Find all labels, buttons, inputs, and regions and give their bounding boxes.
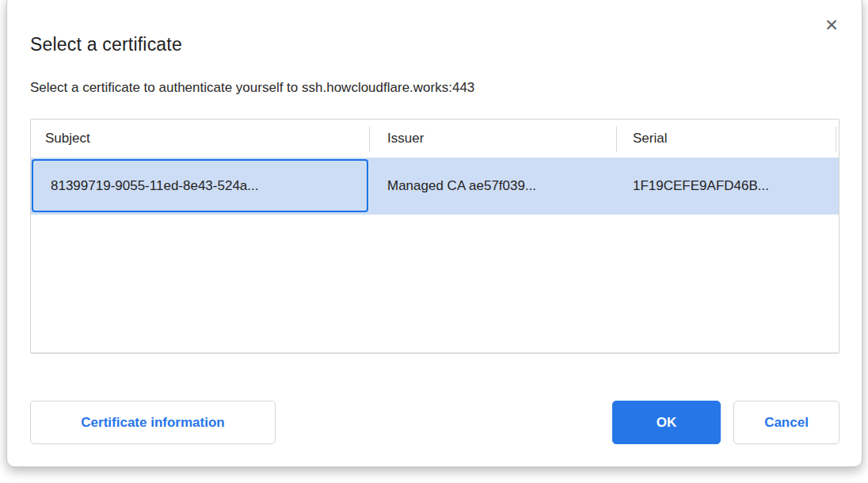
column-header-serial: Serial bbox=[616, 120, 836, 158]
table-header-row: Subject Issuer Serial bbox=[31, 120, 839, 158]
cell-issuer: Managed CA ae57f039... bbox=[369, 178, 616, 194]
column-header-subject: Subject bbox=[31, 120, 369, 158]
certificate-row[interactable]: 81399719-9055-11ed-8e43-524a... Managed … bbox=[31, 158, 839, 215]
column-divider bbox=[616, 127, 617, 152]
column-divider bbox=[836, 127, 836, 152]
cell-subject: 81399719-9055-11ed-8e43-524a... bbox=[31, 178, 369, 194]
dialog-subtitle: Select a certificate to authenticate you… bbox=[30, 80, 474, 96]
dialog-title: Select a certificate bbox=[30, 34, 182, 55]
cell-serial: 1F19CEFE9AFD46B... bbox=[616, 178, 836, 194]
certificate-select-dialog: ✕ Select a certificate Select a certific… bbox=[6, 0, 862, 467]
certificate-information-button[interactable]: Certificate information bbox=[30, 401, 276, 444]
close-icon[interactable]: ✕ bbox=[820, 13, 843, 36]
column-header-issuer: Issuer bbox=[369, 120, 616, 158]
column-divider bbox=[369, 127, 370, 152]
certificate-table: Subject Issuer Serial 81399719-9055-11ed… bbox=[30, 119, 839, 354]
ok-button[interactable]: OK bbox=[612, 401, 721, 444]
cancel-button[interactable]: Cancel bbox=[733, 401, 839, 444]
